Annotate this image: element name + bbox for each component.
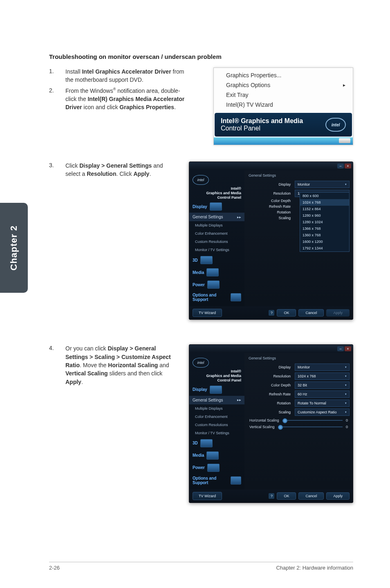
sidebar-item-general-settings[interactable]: General Settings▸▸ xyxy=(189,396,244,404)
label: Exit Tray xyxy=(226,92,248,98)
bold: Display > General Settings xyxy=(79,162,152,169)
sidebar-item-monitor-tv-settings[interactable]: Monitor / TV Settings xyxy=(189,429,244,437)
cp-bottom-bar: TV Wizard ? OK Cancel Apply xyxy=(189,306,353,319)
intel-logo-icon: intel xyxy=(193,175,209,185)
res-option[interactable]: 1152 x 864 xyxy=(300,206,349,212)
res-option[interactable]: 1792 x 1344 xyxy=(300,245,349,251)
label: Media xyxy=(193,270,204,275)
value: Customize Aspect Ratio xyxy=(298,410,337,414)
value: Monitor xyxy=(298,365,310,369)
cancel-button[interactable]: Cancel xyxy=(298,309,324,316)
label: Display xyxy=(193,387,207,392)
label: Power xyxy=(193,283,205,287)
res-option[interactable]: 1280 x 960 xyxy=(300,212,349,219)
sidebar-item-general-settings[interactable]: General Settings▸▸ xyxy=(189,213,244,221)
menu-item-graphics-properties[interactable]: Graphics Properties... xyxy=(214,70,353,80)
page-footer: 2-26 Chapter 2: Hardware information xyxy=(49,562,353,571)
cp-brand: intel Intel® Graphics and Media Control … xyxy=(189,173,244,200)
cp-sidebar: intel Intel® Graphics and Media Control … xyxy=(189,353,244,489)
window-titlebar: – × xyxy=(189,162,353,170)
apply-button[interactable]: Apply xyxy=(326,492,350,500)
text: . xyxy=(81,379,83,385)
refresh-dropdown[interactable]: 60 Hz▾ xyxy=(295,391,350,398)
close-button[interactable]: × xyxy=(345,346,351,351)
sidebar-item-3d[interactable]: 3D xyxy=(189,437,244,449)
text: and xyxy=(158,362,169,368)
menu-item-exit-tray[interactable]: Exit Tray xyxy=(214,90,353,100)
sidebar-item-multiple-displays[interactable]: Multiple Displays xyxy=(189,404,244,413)
close-button[interactable]: × xyxy=(345,164,351,168)
bold: Horizontal Scaling xyxy=(108,362,158,368)
sidebar-item-multiple-displays[interactable]: Multiple Displays xyxy=(189,221,244,229)
sidebar-item-monitor-tv-settings[interactable]: Monitor / TV Settings xyxy=(189,246,244,254)
step-1-number: 1. xyxy=(49,67,56,84)
sidebar-item-media[interactable]: Media xyxy=(189,449,244,462)
step-4-text: Or you can click Display > General Setti… xyxy=(56,344,172,386)
text: Click xyxy=(65,162,79,169)
display-dropdown[interactable]: Monitor▾ xyxy=(295,364,350,371)
text: . xyxy=(174,104,176,110)
minimize-button[interactable]: – xyxy=(337,164,344,168)
sidebar-item-display[interactable]: Display xyxy=(189,200,244,213)
colordepth-dropdown[interactable]: 32 Bit▾ xyxy=(295,382,350,389)
ok-button[interactable]: OK xyxy=(277,309,296,316)
label-scaling: Scaling xyxy=(248,410,295,414)
step-1-text: Install Intel Graphics Accelerator Drive… xyxy=(56,67,188,84)
cp-brand: intel Intel® Graphics and Media Control … xyxy=(189,355,244,383)
res-option[interactable]: 1024 x 768 xyxy=(300,199,349,206)
resolution-options-list: 800 x 600 1024 x 768 1152 x 864 1280 x 9… xyxy=(300,192,350,252)
tv-wizard-button[interactable]: TV Wizard xyxy=(193,492,222,500)
chevron-right-icon: ▸▸ xyxy=(237,215,241,219)
cp-sidebar: intel Intel® Graphics and Media Control … xyxy=(189,170,244,306)
menu-item-tv-wizard[interactable]: Intel(R) TV Wizard xyxy=(214,100,353,110)
label-rotation: Rotation xyxy=(248,401,295,405)
sidebar-item-options-support[interactable]: Options and Support xyxy=(189,291,244,304)
horizontal-scaling-slider[interactable]: Horizontal Scaling 0 xyxy=(249,418,348,422)
sidebar-item-color-enhancement[interactable]: Color Enhancement xyxy=(189,413,244,421)
section-title: Troubleshooting on monitor overscan / un… xyxy=(49,53,353,60)
slider-track[interactable] xyxy=(278,426,343,427)
display-dropdown[interactable]: Monitor▾ xyxy=(295,181,350,188)
scaling-dropdown[interactable]: Customize Aspect Ratio▾ xyxy=(295,408,350,416)
res-option[interactable]: 1360 x 768 xyxy=(300,232,349,238)
cancel-button[interactable]: Cancel xyxy=(298,492,324,500)
intel-logo-icon: intel xyxy=(325,118,346,132)
chapter-title: Chapter 2: Hardware information xyxy=(276,565,353,571)
thumb-icon xyxy=(231,293,241,301)
sidebar-item-power[interactable]: Power xyxy=(189,278,244,291)
cp-main-panel: General Settings DisplayMonitor▾ Resolut… xyxy=(244,353,353,489)
help-button[interactable]: ? xyxy=(269,310,274,316)
step-3-number: 3. xyxy=(49,162,56,168)
apply-button[interactable]: Apply xyxy=(326,309,350,316)
label-display: Display xyxy=(248,182,295,186)
label-resolution: Resolution xyxy=(248,191,295,195)
sidebar-item-display[interactable]: Display xyxy=(189,384,244,396)
rotation-dropdown[interactable]: Rotate To Normal▾ xyxy=(295,399,350,407)
sidebar-item-color-enhancement[interactable]: Color Enhancement xyxy=(189,229,244,238)
sidebar-item-options-support[interactable]: Options and Support xyxy=(189,474,244,487)
context-menu: Graphics Properties... Graphics Options▸… xyxy=(214,68,353,112)
sidebar-item-media[interactable]: Media xyxy=(189,266,244,278)
tv-wizard-button[interactable]: TV Wizard xyxy=(193,309,222,317)
value: Monitor xyxy=(298,182,310,186)
sidebar-item-custom-resolutions[interactable]: Custom Resolutions xyxy=(189,238,244,246)
text: . xyxy=(149,171,151,177)
res-option[interactable]: 1600 x 1200 xyxy=(300,238,349,245)
resolution-dropdown[interactable]: 1024 x 768▾ xyxy=(295,373,350,380)
sidebar-item-3d[interactable]: 3D xyxy=(189,254,244,266)
chevron-down-icon: ▾ xyxy=(345,375,347,378)
res-option[interactable]: 1366 x 768 xyxy=(300,225,349,232)
vertical-scaling-slider[interactable]: Vertical Scaling 0 xyxy=(249,425,348,429)
minimize-button[interactable]: – xyxy=(337,346,344,351)
res-option[interactable]: 800 x 600 xyxy=(300,193,349,199)
sidebar-item-custom-resolutions[interactable]: Custom Resolutions xyxy=(189,421,244,429)
sidebar-item-power[interactable]: Power xyxy=(189,462,244,474)
help-button[interactable]: ? xyxy=(269,493,274,499)
bold: Resolution xyxy=(87,171,116,177)
ok-button[interactable]: OK xyxy=(277,492,296,500)
text: sliders and then click xyxy=(108,370,163,377)
slider-track[interactable] xyxy=(282,420,343,421)
menu-item-graphics-options[interactable]: Graphics Options▸ xyxy=(214,80,353,90)
res-option[interactable]: 1280 x 1024 xyxy=(300,219,349,225)
text: Install xyxy=(65,68,82,75)
